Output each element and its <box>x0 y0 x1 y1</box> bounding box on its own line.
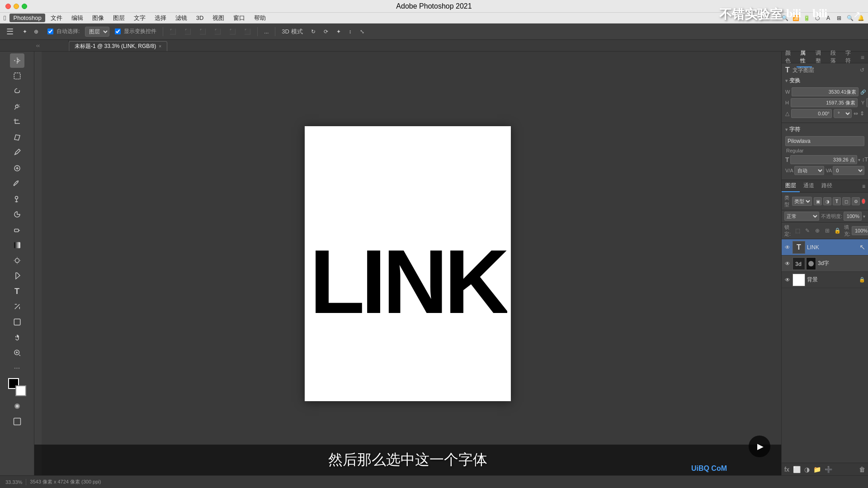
shape-tool[interactable] <box>10 315 24 329</box>
fill-input[interactable] <box>852 226 868 235</box>
history-brush-tool[interactable] <box>10 207 24 222</box>
add-mask-btn[interactable]: ⬜ <box>793 466 801 473</box>
auto-select-type-dropdown[interactable]: 图层 <box>85 27 109 37</box>
roll-3d-btn[interactable]: ⟳ <box>321 26 331 37</box>
move-tool[interactable] <box>10 53 24 68</box>
opacity-chevron[interactable]: ▾ <box>863 214 865 219</box>
add-layer-btn[interactable]: ➕ <box>825 466 832 473</box>
menu-image[interactable]: 图像 <box>89 13 108 23</box>
menu-type[interactable]: 文字 <box>130 13 149 23</box>
share-btn[interactable]: ↗ <box>853 9 861 20</box>
menu-filter[interactable]: 滤镜 <box>172 13 191 23</box>
layers-panel-menu-btn[interactable]: ≡ <box>859 181 868 191</box>
brush-tool[interactable] <box>10 176 24 191</box>
properties-reset-btn[interactable]: ↺ <box>860 67 864 73</box>
blend-mode-select[interactable]: 正常 <box>784 212 819 221</box>
angle-input[interactable] <box>791 109 832 118</box>
quick-mask-btn[interactable] <box>10 399 24 413</box>
drag-3d-btn[interactable]: ✦ <box>334 26 344 37</box>
crop-tool[interactable] <box>10 115 24 129</box>
menu-3d[interactable]: 3D <box>193 14 208 22</box>
zoom-tool[interactable] <box>10 346 24 360</box>
link-wh-icon[interactable]: 🔗 <box>860 89 866 95</box>
video-play-button[interactable] <box>749 436 770 457</box>
flip-v-btn[interactable]: ⇕ <box>860 110 864 117</box>
gradient-tool[interactable] <box>10 238 24 252</box>
lock-pixels-btn[interactable]: ⬚ <box>793 227 802 235</box>
filter-shape-icon[interactable]: ◻ <box>842 197 850 205</box>
add-adjustment-btn[interactable]: ◑ <box>804 466 810 473</box>
scale-3d-btn[interactable]: ⤡ <box>357 26 367 37</box>
document-tab[interactable]: 未标题-1 @ 33.3% (LINK, RGB/8) × <box>69 41 167 51</box>
clone-stamp-tool[interactable] <box>10 192 24 206</box>
h-input[interactable] <box>791 98 858 107</box>
align-top-btn[interactable]: ⬛ <box>212 26 224 37</box>
menu-help[interactable]: 帮助 <box>250 13 269 23</box>
layer-bg[interactable]: 👁 背景 🔒 <box>782 272 868 288</box>
lock-position-btn[interactable]: ⊕ <box>813 227 821 235</box>
menu-photoshop[interactable]: Photoshop <box>9 14 45 22</box>
w-input[interactable] <box>792 87 859 96</box>
layer-3d[interactable]: 👁 3d 3d字 <box>782 256 868 272</box>
color-swatches[interactable] <box>8 378 26 396</box>
font-family-input[interactable] <box>785 136 864 146</box>
tab-paths[interactable]: 路径 <box>818 180 836 192</box>
filter-adjustment-icon[interactable]: ◑ <box>823 197 831 205</box>
heal-tool[interactable] <box>10 161 24 175</box>
panel-menu-btn[interactable]: ≡ <box>857 52 868 63</box>
pivot-btn[interactable]: ⊕ <box>31 26 41 37</box>
eraser-tool[interactable] <box>10 223 24 237</box>
minimize-button[interactable] <box>14 4 19 9</box>
show-transform-checkbox[interactable] <box>115 28 121 34</box>
angle-unit-select[interactable]: ° <box>834 109 852 118</box>
layer-link-eye[interactable]: 👁 <box>784 244 791 251</box>
align-bottom-btn[interactable]: ⬛ <box>241 26 254 37</box>
lock-image-btn[interactable]: ✎ <box>803 227 811 235</box>
filter-type-icon[interactable]: T <box>833 197 841 205</box>
menu-layer[interactable]: 图层 <box>109 13 128 23</box>
add-folder-btn[interactable]: 📁 <box>813 466 821 473</box>
tab-layers[interactable]: 图层 <box>782 180 800 192</box>
align-center-v-btn[interactable]: ⬛ <box>182 26 194 37</box>
lock-artboard-btn[interactable]: ⊞ <box>823 227 831 235</box>
lock-all-btn[interactable]: 🔒 <box>833 227 841 235</box>
pen-tool[interactable] <box>10 269 24 283</box>
delete-layer-btn[interactable]: 🗑 <box>859 466 865 473</box>
3d-mode-btn[interactable]: 3D 模式 <box>279 26 305 37</box>
toolbar-panel-toggle[interactable]: ☰ <box>4 26 16 37</box>
layer-link[interactable]: 👁 T LINK ↖ <box>782 239 868 256</box>
align-right-btn[interactable]: ⬛ <box>197 26 209 37</box>
perspective-crop-tool[interactable] <box>10 130 24 145</box>
background-color[interactable] <box>15 385 26 396</box>
close-button[interactable] <box>5 4 11 9</box>
magic-wand-tool[interactable] <box>10 99 24 114</box>
filter-toggle[interactable] <box>862 199 865 204</box>
y-input[interactable] <box>866 98 868 107</box>
menu-window[interactable]: 窗口 <box>230 13 249 23</box>
menu-view[interactable]: 视图 <box>209 13 228 23</box>
path-select-tool[interactable] <box>10 299 24 314</box>
font-size-input[interactable] <box>790 155 857 164</box>
filter-smart-icon[interactable]: ⚙ <box>852 197 860 205</box>
menu-edit[interactable]: 编辑 <box>68 13 87 23</box>
selection-tool[interactable] <box>10 69 24 83</box>
more-options-btn[interactable]: ... <box>261 26 271 37</box>
align-center-h-btn[interactable]: ⬛ <box>226 26 239 37</box>
filter-type-select[interactable]: 类型 <box>792 197 812 206</box>
slide-3d-btn[interactable]: ↕ <box>346 26 354 37</box>
apple-menu[interactable]:  <box>4 14 6 22</box>
filter-pixel-icon[interactable]: ▣ <box>814 197 822 205</box>
type-tool[interactable]: T <box>10 284 24 298</box>
auto-select-checkbox[interactable] <box>47 28 53 34</box>
rotate-3d-btn[interactable]: ↻ <box>308 26 318 37</box>
menu-select[interactable]: 选择 <box>151 13 170 23</box>
tab-close-btn[interactable]: × <box>159 44 161 49</box>
extra-tools-btn[interactable]: ··· <box>10 361 24 375</box>
hand-tool[interactable] <box>10 330 24 345</box>
font-size-chevron[interactable]: ▾ <box>858 157 860 162</box>
tabbar-collapse-icon[interactable]: ‹‹ <box>36 43 40 49</box>
move-tool-btn[interactable]: ✦ <box>20 26 30 37</box>
lasso-tool[interactable] <box>10 84 24 99</box>
dodge-tool[interactable] <box>10 253 24 268</box>
eyedropper-tool[interactable] <box>10 146 24 160</box>
